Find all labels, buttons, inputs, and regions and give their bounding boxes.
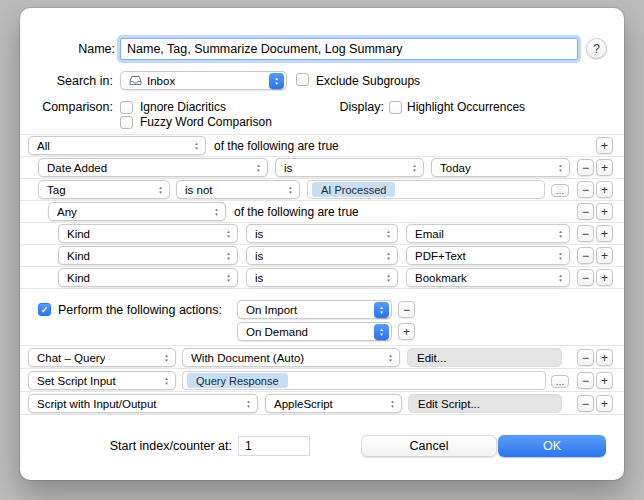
token-options-button[interactable]: … (551, 184, 569, 197)
popup-value: With Document (Auto) (191, 352, 304, 364)
remove-action-button[interactable]: − (577, 349, 594, 366)
popup-value: Chat – Query (37, 352, 105, 364)
event-on-import-popup[interactable]: On Import ▲▼ (237, 300, 392, 319)
add-condition-button[interactable]: + (596, 137, 613, 154)
add-condition-button[interactable]: + (596, 269, 613, 286)
chevron-updown-icon: ▲▼ (210, 204, 223, 219)
popup-value: is not (185, 184, 213, 196)
chevron-updown-icon: ▲▼ (374, 324, 389, 340)
kind-value-popup[interactable]: PDF+Text ▲▼ (406, 246, 570, 265)
popup-value: Tag (47, 184, 66, 196)
remove-condition-button[interactable]: − (577, 159, 594, 176)
kind-value-popup[interactable]: Email ▲▼ (406, 224, 570, 243)
add-condition-button[interactable]: + (596, 181, 613, 198)
tag-token-field[interactable]: AI Processed (307, 180, 545, 199)
exclude-subgroups-checkbox[interactable] (296, 73, 309, 86)
popup-value: All (37, 140, 50, 152)
chevron-down-glyph: ▼ (246, 404, 250, 409)
event-on-demand-popup[interactable]: On Demand ▲▼ (237, 322, 392, 341)
date-value-popup[interactable]: Today ▲▼ (431, 158, 570, 177)
kind-field-popup[interactable]: Kind ▲▼ (58, 246, 238, 265)
popup-value: On Import (246, 304, 297, 316)
remove-condition-button[interactable]: − (577, 203, 594, 220)
edit-script-button[interactable]: Edit Script... (408, 394, 562, 413)
add-condition-button[interactable]: + (596, 159, 613, 176)
add-action-button[interactable]: + (596, 395, 613, 412)
kind-field-popup[interactable]: Kind ▲▼ (58, 224, 238, 243)
script-language-popup[interactable]: AppleScript ▲▼ (265, 394, 402, 413)
script-action-popup[interactable]: Script with Input/Output ▲▼ (28, 394, 258, 413)
add-action-button[interactable]: + (596, 349, 613, 366)
date-field-popup[interactable]: Date Added ▲▼ (38, 158, 268, 177)
chevron-updown-icon: ▲▼ (269, 73, 284, 89)
chevron-updown-icon: ▲▼ (386, 396, 399, 411)
fuzzy-word-checkbox[interactable] (120, 116, 133, 129)
ignore-diacritics-checkbox[interactable] (120, 101, 133, 114)
popup-value: is (255, 272, 263, 284)
chevron-updown-icon: ▲▼ (160, 350, 173, 365)
smart-rule-editor-dialog: Name: ? Search in: Inbox ▲▼ Exclude Subg… (20, 8, 624, 480)
ignore-diacritics-label[interactable]: Ignore Diacritics (140, 100, 226, 114)
remove-condition-button[interactable]: − (577, 269, 594, 286)
perform-actions-label[interactable]: Perform the following actions: (58, 303, 222, 317)
chevron-down-glyph: ▼ (256, 168, 260, 173)
remove-condition-button[interactable]: − (577, 225, 594, 242)
remove-action-button[interactable]: − (577, 372, 594, 389)
remove-condition-button[interactable]: − (577, 247, 594, 264)
chevron-updown-icon: ▲▼ (222, 270, 235, 285)
token-ai-processed[interactable]: AI Processed (312, 182, 395, 197)
add-event-button[interactable]: + (398, 323, 415, 340)
help-button[interactable]: ? (586, 38, 607, 59)
name-label: Name: (20, 42, 115, 56)
cancel-button[interactable]: Cancel (361, 435, 497, 457)
kind-field-popup[interactable]: Kind ▲▼ (58, 268, 238, 287)
popup-value: AppleScript (274, 398, 333, 410)
kind-operator-popup[interactable]: is ▲▼ (246, 246, 398, 265)
kind-operator-popup[interactable]: is ▲▼ (246, 268, 398, 287)
group-any-popup[interactable]: Any ▲▼ (48, 202, 226, 221)
chat-action-popup[interactable]: Chat – Query ▲▼ (28, 348, 176, 367)
add-condition-button[interactable]: + (596, 247, 613, 264)
chevron-updown-icon: ▲▼ (222, 226, 235, 241)
token-query-response[interactable]: Query Response (187, 373, 288, 388)
add-condition-button[interactable]: + (596, 225, 613, 242)
remove-condition-button[interactable]: − (577, 181, 594, 198)
group-all-popup[interactable]: All ▲▼ (28, 136, 206, 155)
chevron-down-glyph: ▼ (386, 234, 390, 239)
name-field[interactable] (120, 38, 578, 60)
chevron-updown-icon: ▲▼ (554, 226, 567, 241)
exclude-subgroups-label[interactable]: Exclude Subgroups (316, 74, 420, 88)
highlight-occurrences-label[interactable]: Highlight Occurrences (407, 100, 525, 114)
fuzzy-word-label[interactable]: Fuzzy Word Comparison (140, 115, 272, 129)
help-label: ? (593, 42, 600, 56)
chevron-down-glyph: ▼ (386, 278, 390, 283)
add-action-button[interactable]: + (596, 372, 613, 389)
start-index-field[interactable] (238, 436, 310, 456)
script-input-token-field[interactable]: Query Response (182, 371, 546, 390)
chevron-updown-icon: ▲▼ (160, 373, 173, 388)
comparison-label: Comparison: (20, 100, 113, 114)
highlight-occurrences-checkbox[interactable] (389, 101, 402, 114)
action-chat-row: Chat – Query ▲▼ With Document (Auto) ▲▼ … (20, 345, 624, 368)
add-condition-button[interactable]: + (596, 203, 613, 220)
kind-value-popup[interactable]: Bookmark ▲▼ (406, 268, 570, 287)
chevron-down-glyph: ▼ (274, 81, 278, 86)
ok-button[interactable]: OK (498, 435, 606, 457)
tag-operator-popup[interactable]: is not ▲▼ (176, 180, 300, 199)
display-label: Display: (320, 100, 384, 114)
chevron-updown-icon: ▲▼ (252, 160, 265, 175)
chat-option-popup[interactable]: With Document (Auto) ▲▼ (182, 348, 400, 367)
remove-action-button[interactable]: − (577, 395, 594, 412)
date-operator-popup[interactable]: is ▲▼ (275, 158, 424, 177)
token-options-button[interactable]: … (551, 375, 569, 388)
edit-button[interactable]: Edit... (407, 348, 562, 367)
perform-actions-checkbox[interactable]: ✓ (38, 303, 51, 316)
kind-operator-popup[interactable]: is ▲▼ (246, 224, 398, 243)
chevron-down-glyph: ▼ (558, 168, 562, 173)
remove-event-button[interactable]: − (398, 301, 415, 318)
script-input-action-popup[interactable]: Set Script Input ▲▼ (28, 371, 176, 390)
tag-field-popup[interactable]: Tag ▲▼ (38, 180, 170, 199)
popup-value: Kind (67, 250, 90, 262)
chevron-down-glyph: ▼ (379, 332, 383, 337)
search-in-popup[interactable]: Inbox ▲▼ (120, 71, 287, 90)
